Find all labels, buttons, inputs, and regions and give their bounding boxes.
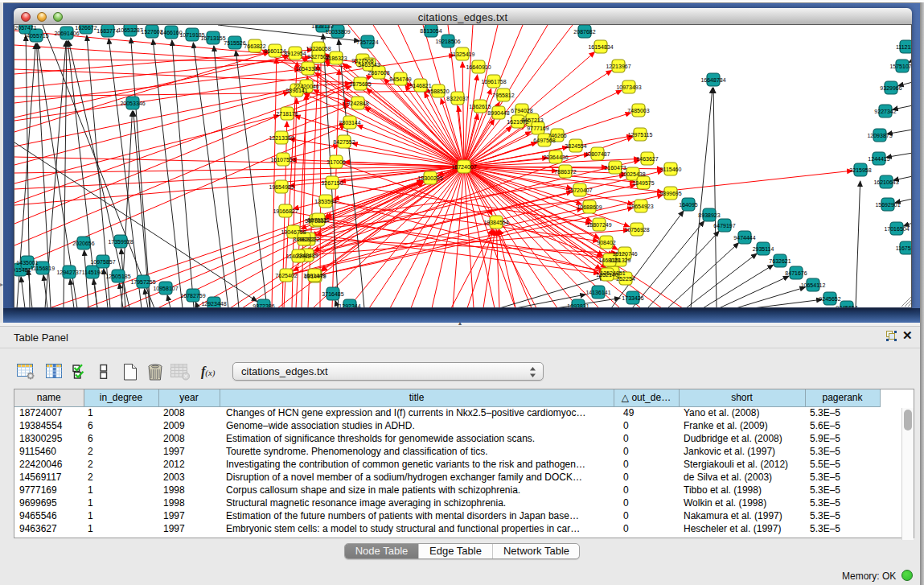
svg-text:1167533: 1167533 xyxy=(896,245,912,251)
svg-text:1292344: 1292344 xyxy=(339,303,360,309)
svg-text:9227342: 9227342 xyxy=(874,109,896,114)
svg-text:1112137: 1112137 xyxy=(896,44,912,50)
svg-text:2057471: 2057471 xyxy=(14,25,36,31)
svg-text:12213967: 12213967 xyxy=(606,64,630,69)
svg-text:252254: 252254 xyxy=(616,276,634,282)
svg-text:19166827: 19166827 xyxy=(273,208,298,214)
svg-text:9474444: 9474444 xyxy=(733,235,755,241)
svg-text:1435001: 1435001 xyxy=(16,260,38,266)
svg-text:1244415: 1244415 xyxy=(868,156,889,162)
svg-text:3716485: 3716485 xyxy=(322,291,343,297)
svg-text:15720407: 15720407 xyxy=(567,187,592,193)
svg-text:16120746: 16120746 xyxy=(612,251,637,257)
svg-text:16210643: 16210643 xyxy=(873,179,898,185)
svg-text:10807487: 10807487 xyxy=(585,151,610,157)
svg-text:16648784: 16648784 xyxy=(700,77,725,83)
svg-text:3915481: 3915481 xyxy=(14,267,31,273)
svg-text:19218506: 19218506 xyxy=(435,39,460,44)
svg-text:8454749: 8454749 xyxy=(389,76,411,82)
svg-text:8457213: 8457213 xyxy=(521,117,543,123)
svg-text:2867608: 2867608 xyxy=(368,70,389,76)
svg-text:12505185: 12505185 xyxy=(105,274,130,279)
svg-text:18807249: 18807249 xyxy=(586,222,611,228)
svg-text:9872386: 9872386 xyxy=(253,303,274,309)
svg-text:9327503: 9327503 xyxy=(307,54,329,60)
svg-text:9242848: 9242848 xyxy=(347,101,368,106)
svg-text:8813054: 8813054 xyxy=(420,28,441,34)
svg-text:6479197: 6479197 xyxy=(713,223,735,229)
svg-text:16107553: 16107553 xyxy=(270,157,295,163)
svg-text:3267150: 3267150 xyxy=(321,180,343,186)
svg-text:15692901: 15692901 xyxy=(875,202,900,208)
svg-text:1362615: 1362615 xyxy=(469,104,491,109)
svg-text:12975115: 12975115 xyxy=(628,132,653,138)
svg-text:19384554: 19384554 xyxy=(483,220,508,225)
svg-text:8912954: 8912954 xyxy=(284,51,306,56)
svg-text:10756928: 10756928 xyxy=(624,227,649,233)
svg-text:8938923: 8938923 xyxy=(698,212,720,218)
svg-text:16033809: 16033809 xyxy=(325,29,350,35)
svg-text:16154834: 16154834 xyxy=(588,44,613,50)
svg-text:1588520: 1588520 xyxy=(427,89,449,94)
svg-text:3215958: 3215958 xyxy=(849,167,871,173)
svg-text:15751074: 15751074 xyxy=(889,64,912,69)
svg-text:2020656: 2020656 xyxy=(72,241,94,246)
svg-text:11409948: 11409948 xyxy=(286,253,311,259)
svg-text:9463627: 9463627 xyxy=(636,156,658,162)
svg-text:1852140: 1852140 xyxy=(596,272,618,278)
svg-text:6794028: 6794028 xyxy=(511,108,532,113)
svg-text:18300295: 18300295 xyxy=(417,175,442,181)
svg-text:7625402: 7625402 xyxy=(275,273,297,278)
svg-text:10046758: 10046758 xyxy=(281,229,306,235)
svg-text:9146821: 9146821 xyxy=(409,83,431,89)
svg-text:2087682: 2087682 xyxy=(573,29,595,35)
svg-text:3498222: 3498222 xyxy=(293,237,314,242)
svg-text:1093831: 1093831 xyxy=(567,303,589,309)
svg-text:10025438: 10025438 xyxy=(620,171,645,177)
svg-text:10973493: 10973493 xyxy=(616,84,641,90)
svg-text:1849575: 1849575 xyxy=(632,180,654,186)
svg-text:9245652: 9245652 xyxy=(819,296,840,302)
svg-text:6497568: 6497568 xyxy=(533,138,555,143)
svg-text:16640910: 16640910 xyxy=(466,64,491,70)
svg-text:8990448: 8990448 xyxy=(487,110,509,116)
svg-text:19654985: 19654985 xyxy=(269,184,294,190)
svg-text:7632621: 7632621 xyxy=(769,258,791,264)
svg-text:18724007: 18724007 xyxy=(451,164,476,170)
svg-text:10653287: 10653287 xyxy=(117,27,142,33)
svg-text:9329966: 9329966 xyxy=(880,85,901,91)
svg-text:7886372: 7886372 xyxy=(554,169,576,175)
svg-text:13226058: 13226058 xyxy=(306,46,331,51)
svg-text:1468021: 1468021 xyxy=(598,257,620,263)
svg-text:9777169: 9777169 xyxy=(527,126,548,131)
svg-text:17359928: 17359928 xyxy=(108,239,133,245)
svg-text:17016504: 17016504 xyxy=(884,226,909,232)
svg-text:16782759: 16782759 xyxy=(180,293,205,299)
svg-text:8427552: 8427552 xyxy=(333,139,355,145)
svg-text:10975857: 10975857 xyxy=(90,259,115,265)
svg-text:9115460: 9115460 xyxy=(660,167,682,172)
svg-text:1626672: 1626672 xyxy=(75,25,97,31)
svg-text:16713155: 16713155 xyxy=(200,35,225,41)
svg-text:20691406: 20691406 xyxy=(54,31,79,36)
svg-text:7955812: 7955812 xyxy=(492,93,514,98)
svg-text:20364436: 20364436 xyxy=(543,154,568,160)
svg-text:3824554: 3824554 xyxy=(565,143,586,149)
svg-text:12093873: 12093873 xyxy=(867,133,892,138)
svg-text:2803144: 2803144 xyxy=(339,120,360,126)
svg-text:9899695: 9899695 xyxy=(659,191,681,196)
svg-text:10654112: 10654112 xyxy=(801,282,826,288)
svg-text:8878331: 8878331 xyxy=(307,217,329,223)
svg-text:11156819: 11156819 xyxy=(31,266,55,271)
svg-text:1733426: 1733426 xyxy=(622,295,643,301)
svg-text:17957255: 17957255 xyxy=(130,279,155,285)
svg-text:9896141: 9896141 xyxy=(285,88,307,93)
svg-text:7663822: 7663822 xyxy=(244,43,265,49)
svg-text:8322037: 8322037 xyxy=(446,96,468,101)
svg-text:1353594: 1353594 xyxy=(314,199,336,204)
svg-text:20053346: 20053346 xyxy=(120,101,145,106)
svg-text:12942737: 12942737 xyxy=(56,270,81,275)
svg-text:317006: 317006 xyxy=(326,159,345,165)
svg-text:908402: 908402 xyxy=(597,240,615,245)
svg-text:1145194: 1145194 xyxy=(82,270,104,275)
